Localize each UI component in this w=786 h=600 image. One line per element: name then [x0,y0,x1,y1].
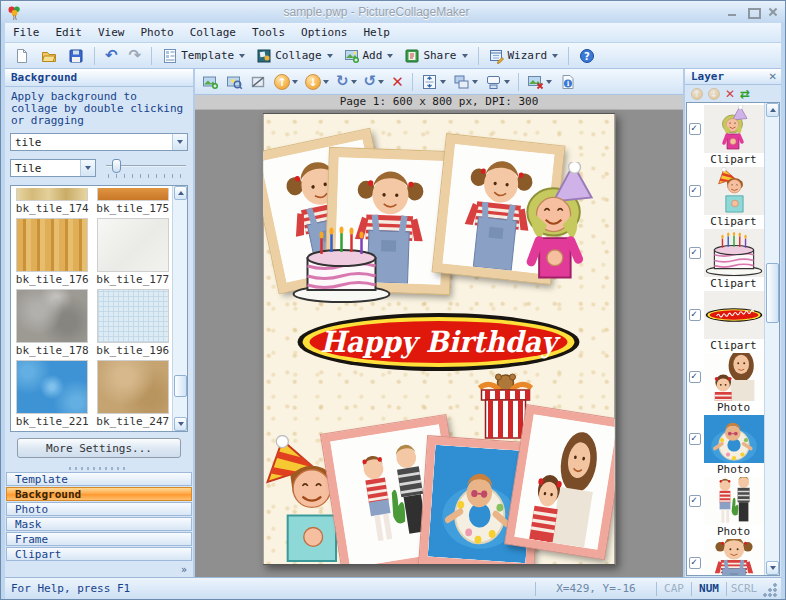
bring-forward-caret[interactable] [292,80,298,84]
tab-template[interactable]: Template [6,472,192,486]
tab-background[interactable]: Background [6,487,192,501]
layer-item[interactable]: Clipart [689,105,764,166]
tile-scale-slider[interactable] [104,157,188,179]
menu-collage[interactable]: Collage [182,24,244,41]
menu-help[interactable]: Help [355,24,398,41]
background-category-dropdown[interactable]: tile [10,133,188,151]
replace-photo-button[interactable] [223,71,246,93]
resize-grip[interactable] [763,583,779,599]
layer-item[interactable]: Photo [689,353,764,414]
layer-visibility-checkbox[interactable] [689,123,701,135]
crop-button[interactable] [247,71,270,93]
layer-thumbnail-cake-clipart[interactable] [704,229,764,277]
menu-view[interactable]: View [90,24,133,41]
birthday-banner[interactable]: Happy Birthday [296,312,582,376]
collage-page[interactable]: Happy Birthday [263,113,616,565]
scroll-down-arrow[interactable] [174,417,187,431]
fit-page-button[interactable] [418,71,449,93]
layer-panel-close-icon[interactable]: ✕ [769,69,777,84]
tile-thumbnail[interactable] [16,218,88,272]
share-button[interactable]: Share [399,45,472,67]
tile-thumbnail[interactable] [16,188,88,201]
tab-clipart[interactable]: Clipart [6,547,192,561]
send-backward-caret[interactable] [323,80,329,84]
tile-thumbnail[interactable] [16,360,88,414]
send-backward-button[interactable]: ↓ [302,71,332,93]
cake-clipart[interactable] [290,222,394,304]
layer-visibility-checkbox[interactable] [689,185,701,197]
bring-forward-button[interactable]: ↑ [271,71,301,93]
panel-splitter-handle[interactable] [5,464,193,472]
undo-button[interactable]: ↶ [100,45,123,66]
expand-chevron-icon[interactable]: » [181,564,187,575]
tab-photo[interactable]: Photo [6,502,192,516]
layer-item[interactable]: Photo [689,477,764,538]
tab-mask[interactable]: Mask [6,517,192,531]
add-button[interactable]: Add [339,45,399,67]
layer-visibility-checkbox[interactable] [689,247,701,259]
rotate-ccw-button[interactable]: ↺ [361,71,388,92]
layer-thumbnail-girl-clipart[interactable] [704,105,764,153]
close-button[interactable] [767,7,779,17]
menu-options[interactable]: Options [293,24,355,41]
tile-item[interactable]: bk_tile_196 [96,289,171,358]
layer-visibility-checkbox[interactable] [689,495,701,507]
scrollbar-thumb[interactable] [174,375,187,397]
save-button[interactable] [63,45,89,67]
layer-swap-button[interactable]: ⇄ [740,87,750,101]
restore-button[interactable] [747,7,759,17]
layer-thumbnail-banner-clipart[interactable] [704,291,764,339]
more-settings-button[interactable]: More Settings... [17,438,181,458]
background-type-dropdown[interactable]: Tile [10,159,96,177]
layer-item[interactable]: Clipart [689,229,764,290]
layer-visibility-checkbox[interactable] [689,433,701,445]
properties-button[interactable]: i [556,71,579,93]
tile-thumbnail[interactable] [97,360,169,414]
collage-button[interactable]: Collage [251,45,337,67]
tile-item[interactable]: bk_tile_221 [15,360,90,429]
layer-thumbnail-pool-photo[interactable] [704,415,764,463]
minimize-button[interactable] [727,7,739,17]
delete-object-button[interactable]: ✕ [388,70,407,94]
tile-item[interactable]: bk_tile_175 [96,188,171,216]
layer-thumbnail-kids-photo[interactable] [704,477,764,525]
rotate-cw-button[interactable]: ↻ [333,71,360,92]
open-button[interactable] [36,45,62,67]
tile-thumbnail[interactable] [97,289,169,343]
layer-order-button[interactable] [450,71,481,93]
scroll-up-arrow[interactable] [766,103,779,117]
page-size-button[interactable] [482,71,513,93]
menu-photo[interactable]: Photo [133,24,182,41]
rotate-cw-caret[interactable] [351,80,357,84]
layer-move-up-button[interactable]: ↑ [691,88,703,100]
remove-background-button[interactable] [524,71,555,93]
help-button[interactable]: ? [574,45,600,67]
layer-thumbnail-toddler-photo[interactable] [704,539,764,576]
tab-frame[interactable]: Frame [6,532,192,546]
page-size-caret[interactable] [504,80,510,84]
layer-item[interactable] [689,539,764,576]
layer-delete-button[interactable]: ✕ [725,87,735,101]
menu-tools[interactable]: Tools [244,24,293,41]
scrollbar-thumb[interactable] [766,263,779,323]
add-photo-button[interactable] [199,71,222,93]
girl-clipart[interactable] [516,162,600,288]
template-button[interactable]: Template [157,45,250,67]
layer-visibility-checkbox[interactable] [689,557,701,569]
layer-visibility-checkbox[interactable] [689,371,701,383]
layer-move-down-button[interactable]: ↓ [708,88,720,100]
scroll-down-arrow[interactable] [766,561,779,575]
layer-list-scrollbar[interactable] [764,103,779,575]
wizard-button[interactable]: Wizard [484,45,564,67]
layer-thumbnail-boy-clipart[interactable] [704,167,764,215]
menu-edit[interactable]: Edit [48,24,91,41]
fit-page-caret[interactable] [440,80,446,84]
layer-item[interactable]: Clipart [689,291,764,352]
new-button[interactable] [9,45,35,67]
tile-list-scrollbar[interactable] [172,186,187,431]
tile-thumbnail[interactable] [97,188,169,201]
tile-item[interactable]: bk_tile_178 [15,289,90,358]
canvas-area[interactable]: Page 1: 600 x 800 px, DPI: 300 [195,95,683,577]
slider-thumb[interactable] [112,159,121,173]
tile-item[interactable]: bk_tile_176 [15,218,90,287]
